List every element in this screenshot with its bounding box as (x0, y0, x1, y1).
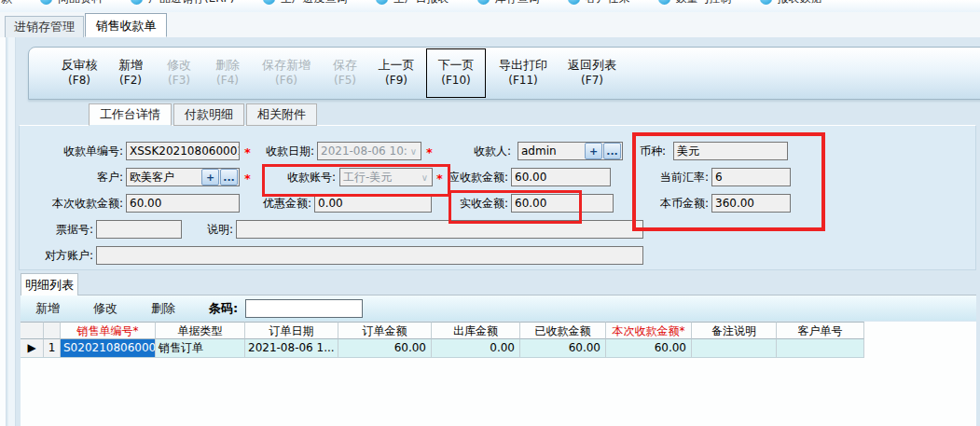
top-menubar: 款 商品资料 产品进销存(ERP) 生产进度查询 生产日报表 库存查询 客户往来… (0, 0, 980, 13)
bill-no-label: 票据号: (37, 220, 93, 239)
menu-item-report[interactable]: 报表数据 (760, 0, 822, 7)
cell-customer-order-no[interactable] (777, 339, 864, 358)
prev-page-button[interactable]: 上一页(F9) (372, 51, 421, 95)
receipt-date-dropdown[interactable]: 2021-08-06 10:∨ (317, 142, 421, 160)
form-subtabs: 工作台详情 付款明细 相关附件 (89, 103, 319, 126)
back-to-list-button[interactable]: 返回列表(F7) (560, 51, 624, 95)
cell-outbound-amount[interactable]: 0.00 (432, 339, 520, 358)
subtab-workbench-detail[interactable]: 工作台详情 (89, 103, 172, 126)
currency-value: 美元 (674, 144, 787, 159)
detail-add-button[interactable]: 新增 (35, 300, 60, 317)
menu-item-label: 客户往来 (586, 0, 630, 7)
col-doc-type[interactable]: 单据类型 (156, 322, 245, 339)
exchange-rate-value: 6 (712, 171, 790, 184)
counter-account-input[interactable] (96, 246, 643, 265)
plus-button[interactable]: + (201, 169, 219, 186)
menu-item-inventory[interactable]: 库存查询 (477, 0, 540, 7)
menu-item-erp[interactable]: 产品进销存(ERP) (131, 0, 235, 7)
blue-dot-icon (568, 0, 580, 5)
detail-edit-button[interactable]: 修改 (93, 300, 117, 317)
exchange-rate-input[interactable]: 6 (711, 168, 791, 186)
menu-item-customer[interactable]: 客户往来 (568, 0, 630, 7)
left-panel-strip[interactable] (7, 37, 16, 426)
delete-button[interactable]: 删除(F4) (206, 51, 249, 95)
chevron-down-icon[interactable]: ∨ (418, 172, 432, 183)
customer-value: 欧美客户 (127, 170, 201, 186)
plus-button[interactable]: + (585, 143, 602, 159)
barcode-input[interactable] (245, 299, 363, 318)
chevron-down-icon[interactable]: ∨ (407, 146, 421, 157)
base-amount-value: 360.00 (712, 197, 790, 210)
menu-item-quantity[interactable]: 数量与控制 (658, 0, 732, 7)
table-row[interactable]: ▶ 1 S0202108060001 销售订单 2021-08-06 1... … (21, 339, 976, 358)
customer-input[interactable]: 欧美客户+... (126, 168, 240, 186)
currency-label: 币种: (640, 142, 671, 160)
col-this-amount[interactable]: 本次收款金额* (606, 322, 692, 339)
cell-remark[interactable] (692, 339, 777, 358)
receivable-input[interactable]: 60.00 (511, 168, 611, 186)
menu-item-progress[interactable]: 生产进度查询 (263, 0, 348, 7)
cell-received-amount[interactable]: 60.00 (520, 339, 606, 358)
header-selector-cell (21, 322, 44, 339)
receipt-date-label: 收款日期: (249, 142, 314, 160)
detail-grid: 销售单编号* 单据类型 订单日期 订单金额 出库金额 已收款金额 本次收款金额*… (21, 322, 976, 426)
unaudit-button[interactable]: 反审核(F8) (55, 51, 104, 95)
col-order-date[interactable]: 订单日期 (245, 322, 338, 339)
detail-delete-button[interactable]: 删除 (151, 300, 175, 317)
export-print-button[interactable]: 导出打印(F11) (491, 51, 555, 95)
main-content: 反审核(F8) 新增(F2) 修改(F3) 删除(F4) 保存新增(F6) 保存… (0, 37, 980, 426)
required-asterisk: * (436, 168, 443, 186)
left-splitter-strip[interactable] (0, 37, 7, 426)
row-number: 1 (44, 339, 61, 358)
actual-amount-input[interactable]: 60.00 (511, 194, 614, 213)
discount-label: 优惠金额: (255, 194, 311, 213)
receivable-value: 60.00 (512, 171, 610, 184)
currency-input[interactable]: 美元 (673, 142, 788, 160)
cell-order-date[interactable]: 2021-08-06 1... (245, 339, 338, 358)
payee-input[interactable]: admin+... (518, 142, 623, 160)
menu-item-label: 商品资料 (58, 0, 103, 7)
menu-item-partial[interactable]: 款 (1, 0, 12, 7)
discount-input[interactable]: 0.00 (314, 194, 432, 213)
note-input[interactable] (236, 220, 643, 239)
save-button[interactable]: 保存(F5) (324, 51, 366, 95)
menu-item-label: 报表数据 (778, 0, 822, 7)
cell-this-amount[interactable]: 60.00 (606, 339, 692, 358)
actual-amount-value: 60.00 (512, 197, 613, 210)
col-order-no[interactable]: 销售单编号* (61, 322, 156, 339)
subtab-attachments[interactable]: 相关附件 (246, 103, 317, 126)
menu-item-label: 款 (1, 0, 12, 7)
required-asterisk: * (426, 142, 433, 160)
menu-item-goods[interactable]: 商品资料 (40, 0, 103, 7)
grid-header-row: 销售单编号* 单据类型 订单日期 订单金额 出库金额 已收款金额 本次收款金额*… (21, 322, 976, 339)
tab-sales-receipt[interactable]: 销售收款单 (85, 13, 167, 37)
menu-item-label: 生产进度查询 (281, 0, 348, 7)
col-customer-order-no[interactable]: 客户单号 (777, 322, 864, 339)
col-received-amount[interactable]: 已收款金额 (520, 322, 606, 339)
receipt-date-value: 2021-08-06 10: (318, 144, 407, 158)
receipt-no-input[interactable]: XSSK202108060001 (126, 142, 240, 160)
col-remark[interactable]: 备注说明 (692, 322, 777, 339)
subtab-payment-detail[interactable]: 付款明细 (173, 103, 244, 126)
detail-list-tab[interactable]: 明细列表 (21, 273, 78, 295)
base-amount-input[interactable]: 360.00 (711, 194, 791, 213)
col-order-amount[interactable]: 订单金额 (338, 322, 432, 339)
cell-order-amount[interactable]: 60.00 (338, 339, 432, 358)
actual-amount-label: 实收金额: (452, 194, 508, 213)
col-outbound-amount[interactable]: 出库金额 (432, 322, 520, 339)
this-receipt-input[interactable]: 60.00 (126, 194, 240, 213)
next-page-button[interactable]: 下一页(F10) (426, 48, 486, 98)
cell-doc-type[interactable]: 销售订单 (156, 339, 245, 358)
ellipsis-button[interactable]: ... (603, 143, 621, 159)
row-arrow-icon: ▶ (21, 339, 44, 358)
bill-no-input[interactable] (96, 220, 182, 239)
payee-value: admin (518, 144, 585, 158)
add-button[interactable]: 新增(F2) (109, 51, 152, 95)
save-add-button[interactable]: 保存新增(F6) (255, 51, 318, 95)
tab-inventory-management[interactable]: 进销存管理 (5, 16, 84, 37)
cell-order-no[interactable]: S0202108060001 (61, 339, 156, 358)
account-dropdown[interactable]: 工行-美元∨ (339, 168, 433, 186)
menu-item-daily-report[interactable]: 生产日报表 (376, 0, 449, 7)
ellipsis-button[interactable]: ... (220, 169, 238, 186)
edit-button[interactable]: 修改(F3) (158, 51, 200, 95)
